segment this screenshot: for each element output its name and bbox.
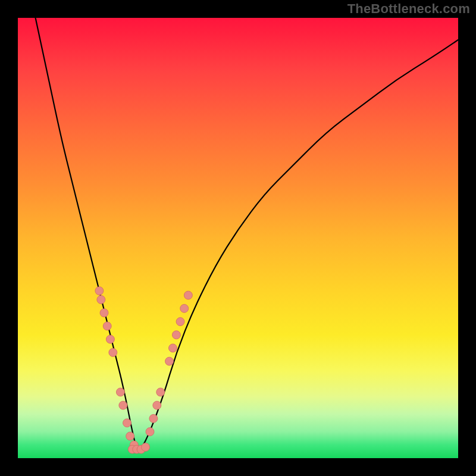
data-point (119, 401, 127, 409)
plot-area (18, 18, 458, 458)
data-point (153, 401, 161, 409)
data-point (106, 335, 114, 343)
data-point (126, 432, 134, 440)
data-points (95, 287, 192, 453)
data-point (123, 419, 131, 427)
chart-frame: TheBottleneck.com (0, 0, 476, 476)
data-point (149, 414, 158, 422)
data-point (180, 304, 189, 312)
data-point (97, 296, 105, 304)
data-point (109, 348, 117, 356)
bottleneck-curve (36, 18, 458, 449)
chart-svg (18, 18, 458, 458)
data-point (172, 331, 180, 339)
watermark-text: TheBottleneck.com (347, 1, 470, 17)
data-point (95, 287, 104, 295)
data-point (168, 344, 177, 352)
data-point (184, 291, 192, 299)
data-point (142, 443, 150, 452)
data-point (176, 318, 184, 326)
data-point (146, 428, 154, 436)
data-point (165, 357, 174, 365)
data-point (103, 322, 111, 330)
data-point (100, 309, 108, 317)
data-point (156, 388, 165, 396)
data-point (116, 388, 124, 396)
